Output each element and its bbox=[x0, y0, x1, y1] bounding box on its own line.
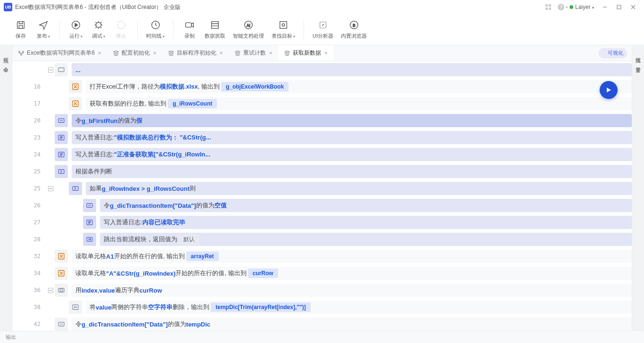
line-type-icon bbox=[55, 63, 68, 76]
code-line[interactable]: 38将 value 两侧的字符串 空字符串 删除，输出到 tempDic[Tri… bbox=[12, 299, 632, 316]
toolbar-run[interactable]: 运行 bbox=[65, 16, 87, 44]
code-line[interactable]: 20令 g_bFirstRun 的值为 假 bbox=[12, 112, 632, 129]
window-title: Excel数据填写到网页表单6 - 流程创造者（UiBot Creator） 企… bbox=[15, 3, 181, 11]
tab-3[interactable]: 重试计数✕ bbox=[229, 45, 278, 61]
svg-rect-2 bbox=[545, 8, 548, 10]
line-content[interactable]: 令 g_dicTransactionItem["Data"] 的值为 tempD… bbox=[72, 318, 632, 331]
svg-rect-0 bbox=[545, 4, 548, 7]
tab-1[interactable]: 配置初始化✕ bbox=[107, 45, 162, 61]
line-content[interactable]: 写入普通日志: "正准备获取第["&CStr(g_iRowIn... bbox=[72, 148, 632, 161]
toolbar: 保存发布运行调试停止时间线录制数据抓取AI智能文档处理查找目标UI分析器B内置浏… bbox=[0, 14, 644, 45]
code-line[interactable]: 25根据条件判断 bbox=[12, 163, 632, 180]
line-content[interactable]: 读取单元格 A1 开始的所在行的值, 输出到 arrayRet bbox=[72, 250, 632, 263]
toolbar-br[interactable]: B内置浏览器 bbox=[337, 16, 371, 44]
svg-point-15 bbox=[117, 21, 125, 29]
help-icon[interactable]: ?▾ bbox=[557, 1, 568, 13]
line-content[interactable]: 打开Excel工作簿，路径为 模拟数据.xlsx , 输出到 g_objExce… bbox=[86, 80, 632, 93]
line-content[interactable]: 令 g_bFirstRun 的值为 假 bbox=[72, 114, 632, 127]
tab-close-icon[interactable]: ✕ bbox=[98, 50, 101, 56]
tab-0[interactable]: Excel数据填写到网页表单6✕ bbox=[12, 45, 107, 61]
code-line[interactable]: 28跳出当前流程块，返回值为 默认 bbox=[12, 231, 632, 248]
svg-rect-1 bbox=[549, 4, 551, 7]
line-content[interactable]: 用 index , value 遍历字典 curRow bbox=[72, 284, 632, 297]
svg-text:B: B bbox=[353, 24, 355, 28]
svg-point-14 bbox=[96, 23, 101, 28]
code-line[interactable]: 27写入普通日志: 内容已读取完毕 bbox=[12, 214, 632, 231]
line-content[interactable]: 读取单元格 "A"&CStr(g_iRowIndex) 开始的所在行的值, 输出… bbox=[72, 267, 632, 280]
toolbar-tl[interactable]: 时间线 bbox=[142, 16, 168, 44]
line-content[interactable]: 写入普通日志: 内容已读取完毕 bbox=[100, 216, 632, 229]
toolbar-uia[interactable]: UI分析器 bbox=[309, 16, 337, 44]
line-content[interactable]: 令 g_dicTransactionItem["Data"] 的值为 空值 bbox=[100, 199, 632, 212]
line-type-icon bbox=[55, 165, 68, 178]
left-tab[interactable]: 流程 bbox=[0, 49, 11, 58]
code-editor[interactable]: ...16打开Excel工作簿，路径为 模拟数据.xlsx , 输出到 g_ob… bbox=[12, 61, 632, 331]
toolbar-rec[interactable]: 录制 bbox=[178, 16, 201, 44]
left-sidebar: 流程命令 bbox=[0, 45, 12, 331]
code-line[interactable]: 24写入普通日志: "正准备获取第["&CStr(g_iRowIn... bbox=[12, 146, 632, 163]
tab-4[interactable]: 获取新数据✕ bbox=[278, 45, 333, 61]
line-content[interactable]: 将 value 两侧的字符串 空字符串 删除，输出到 tempDic[Trim(… bbox=[86, 301, 632, 314]
code-line[interactable]: 17获取有数据的行总数, 输出到 g_iRowsCount bbox=[12, 95, 632, 112]
code-line[interactable]: 36用 index , value 遍历字典 curRow bbox=[12, 282, 632, 299]
toolbar-find[interactable]: 查找目标 bbox=[268, 16, 299, 44]
tabbar: Excel数据填写到网页表单6✕配置初始化✕目标程序初始化✕重试计数✕获取新数据… bbox=[12, 45, 632, 61]
right-tab[interactable]: 属性 bbox=[633, 49, 644, 58]
tab-close-icon[interactable]: ✕ bbox=[219, 50, 223, 56]
line-content[interactable]: 跳出当前流程块，返回值为 默认 bbox=[100, 233, 632, 246]
apps-icon[interactable] bbox=[543, 1, 554, 13]
svg-rect-11 bbox=[19, 25, 22, 28]
svg-rect-10 bbox=[17, 22, 25, 29]
line-type-icon bbox=[55, 114, 68, 127]
fold-toggle[interactable] bbox=[48, 288, 55, 293]
code-line[interactable]: 42令 g_dicTransactionItem["Data"] 的值为 tem… bbox=[12, 316, 632, 331]
svg-rect-17 bbox=[186, 23, 191, 27]
line-type-icon bbox=[55, 267, 68, 280]
svg-rect-21 bbox=[280, 22, 287, 29]
svg-rect-3 bbox=[549, 8, 551, 10]
tab-2[interactable]: 目标程序初始化✕ bbox=[162, 45, 229, 61]
code-line[interactable]: 16打开Excel工作簿，路径为 模拟数据.xlsx , 输出到 g_objEx… bbox=[12, 78, 632, 95]
left-tab[interactable]: 命令 bbox=[0, 58, 11, 68]
toolbar-dbg[interactable]: 调试 bbox=[87, 16, 110, 44]
code-line[interactable]: ... bbox=[12, 61, 632, 78]
code-line[interactable]: 26令 g_dicTransactionItem["Data"] 的值为 空值 bbox=[12, 197, 632, 214]
code-line[interactable]: 25如果 g_iRowIndex > g_iRowsCount 则 bbox=[12, 180, 632, 197]
svg-point-22 bbox=[282, 24, 285, 26]
fold-toggle[interactable] bbox=[48, 67, 55, 73]
line-content[interactable]: ... bbox=[72, 63, 632, 76]
minimize-button[interactable] bbox=[598, 0, 612, 14]
line-content[interactable]: 获取有数据的行总数, 输出到 g_iRowsCount bbox=[86, 97, 632, 110]
code-line[interactable]: 32读取单元格 A1 开始的所在行的值, 输出到 arrayRet bbox=[12, 248, 632, 265]
code-line[interactable]: 23写入普通日志: "模拟数据表总行数为： "&CStr(g... bbox=[12, 129, 632, 146]
line-content[interactable]: 写入普通日志: "模拟数据表总行数为： "&CStr(g... bbox=[72, 131, 632, 144]
right-tab[interactable]: 变量 bbox=[633, 58, 644, 68]
maximize-button[interactable] bbox=[612, 0, 626, 14]
visual-toggle[interactable]: 可视化 bbox=[599, 48, 627, 58]
line-content[interactable]: 如果 g_iRowIndex > g_iRowsCount 则 bbox=[86, 182, 632, 195]
fold-toggle[interactable] bbox=[48, 186, 55, 191]
play-button[interactable] bbox=[600, 81, 618, 99]
svg-rect-32 bbox=[58, 68, 64, 72]
tab-close-icon[interactable]: ✕ bbox=[324, 50, 328, 56]
tab-close-icon[interactable]: ✕ bbox=[269, 50, 272, 56]
code-line[interactable]: 34读取单元格 "A"&CStr(g_iRowIndex) 开始的所在行的值, … bbox=[12, 265, 632, 282]
line-type-icon bbox=[55, 131, 68, 144]
close-button[interactable] bbox=[626, 0, 640, 14]
app-icon: UB bbox=[4, 3, 12, 11]
titlebar: UB Excel数据填写到网页表单6 - 流程创造者（UiBot Creator… bbox=[0, 0, 644, 14]
svg-text:?: ? bbox=[560, 4, 562, 10]
line-type-icon bbox=[83, 216, 96, 229]
toolbar-save[interactable]: 保存 bbox=[9, 16, 32, 44]
line-type-icon bbox=[55, 284, 68, 297]
tab-close-icon[interactable]: ✕ bbox=[153, 50, 157, 56]
line-content[interactable]: 根据条件判断 bbox=[72, 165, 632, 178]
line-type-icon bbox=[55, 148, 68, 161]
toolbar-pub[interactable]: 发布 bbox=[32, 16, 55, 44]
line-type-icon bbox=[55, 318, 68, 331]
toolbar-ai[interactable]: AI智能文档处理 bbox=[229, 16, 268, 44]
statusbar[interactable]: 输出 bbox=[0, 331, 644, 343]
toolbar-grab[interactable]: 数据抓取 bbox=[201, 16, 229, 44]
svg-text:AI: AI bbox=[247, 24, 250, 28]
user-label[interactable]: Laiyer ▾ bbox=[575, 4, 594, 10]
